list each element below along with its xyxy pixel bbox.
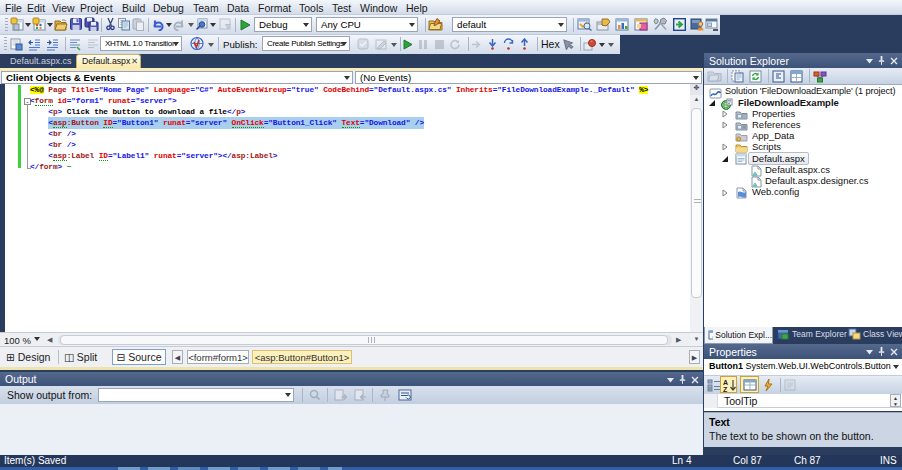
svg-text:A: A [723,379,728,386]
svg-text:Z: Z [723,386,728,392]
